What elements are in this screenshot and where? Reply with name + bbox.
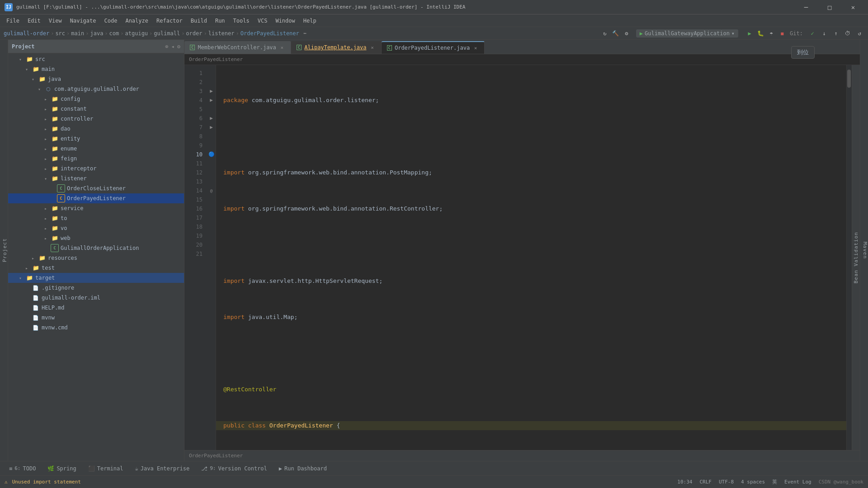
tree-item-mvnw[interactable]: 📄 mvnw	[8, 313, 184, 323]
project-collapse-icon[interactable]: ◂	[171, 43, 175, 50]
breadcrumb-atguigu[interactable]: atguigu	[125, 30, 148, 37]
bottom-tab-spring[interactable]: 🌿 Spring	[42, 464, 81, 474]
git-revert-icon[interactable]: ↺	[854, 28, 864, 38]
breadcrumb-java[interactable]: java	[90, 30, 103, 37]
tree-item-src[interactable]: ▾ 📁 src	[8, 54, 184, 64]
window-title: gulimall [F:\gulimall] - ...\gulimall-or…	[16, 4, 796, 10]
bottom-tab-version-control[interactable]: ⎇ 9: Version Control	[196, 464, 273, 474]
tree-item-entity[interactable]: ▸ 📁 entity	[8, 134, 184, 144]
tree-item-mvnwcmd[interactable]: 📄 mvnw.cmd	[8, 323, 184, 333]
menu-navigate[interactable]: Navigate	[66, 16, 100, 25]
stop-button[interactable]: ◼	[777, 28, 787, 38]
tree-item-gitignore[interactable]: 📄 .gitignore	[8, 283, 184, 293]
git-history-icon[interactable]: ⏱	[843, 28, 853, 38]
breadcrumb-order[interactable]: order	[186, 30, 202, 37]
tree-item-to[interactable]: ▸ 📁 to	[8, 213, 184, 223]
menu-tools[interactable]: Tools	[230, 16, 253, 25]
status-indent[interactable]: 4 spaces	[741, 479, 765, 485]
tree-item-service[interactable]: ▸ 📁 service	[8, 203, 184, 213]
bean-validation-label[interactable]: Bean Validation	[853, 232, 859, 283]
status-eventlog[interactable]: Event Log	[784, 479, 811, 485]
bottom-tab-todo[interactable]: ≡ 6: TODO	[4, 464, 41, 474]
tree-item-ordercloselistener[interactable]: C OrderCloseListener	[8, 183, 184, 193]
status-lang[interactable]: 英	[772, 479, 777, 485]
maximize-button[interactable]: □	[819, 0, 840, 14]
tree-item-helpmd[interactable]: 📄 HELP.md	[8, 303, 184, 313]
close-button[interactable]: ✕	[843, 0, 863, 14]
tab-orderpayedlistener[interactable]: C OrderPayedListener.java ×	[382, 41, 485, 54]
run-button[interactable]: ▶	[745, 28, 755, 38]
maven-strip-label[interactable]: Maven	[862, 242, 868, 259]
project-locate-icon[interactable]: ⊕	[165, 43, 168, 50]
status-crlf[interactable]: CRLF	[699, 479, 712, 485]
bottom-tab-terminal[interactable]: ⬛ Terminal	[83, 464, 129, 474]
menu-edit[interactable]: Edit	[24, 16, 44, 25]
status-encoding[interactable]: UTF-8	[719, 479, 734, 485]
project-strip-label[interactable]: Project	[2, 238, 8, 262]
tree-item-dao[interactable]: ▸ 📁 dao	[8, 124, 184, 134]
menu-code[interactable]: Code	[101, 16, 121, 25]
run-configuration[interactable]: ▶ GulimallGatewayApplication ▾	[636, 29, 738, 38]
menu-run[interactable]: Run	[212, 16, 229, 25]
git-push-icon[interactable]: ↑	[831, 28, 841, 38]
tree-item-listener[interactable]: ▾ 📁 listener	[8, 174, 184, 183]
version-control-label: Version Control	[218, 465, 267, 472]
menu-vcs[interactable]: VCS	[254, 16, 271, 25]
breadcrumb-gulimall[interactable]: gulimall	[154, 30, 180, 37]
tab-memberwebcontroller[interactable]: C MemberWebController.java ×	[184, 41, 291, 54]
tree-item-gulimallorderapplication[interactable]: C GulimallOrderApplication	[8, 243, 184, 253]
bottom-tab-java-enterprise[interactable]: ☕ Java Enterprise	[130, 464, 195, 474]
breadcrumb-back-icon[interactable]: ⬅	[303, 30, 307, 37]
git-update-icon[interactable]: ↓	[819, 28, 829, 38]
tab-close-member[interactable]: ×	[279, 44, 285, 51]
breadcrumb-orderpayed[interactable]: OrderPayedListener	[241, 30, 299, 37]
tree-arrow-interceptor: ▸	[44, 166, 51, 171]
breadcrumb-main[interactable]: main	[71, 30, 84, 37]
tree-item-java[interactable]: ▾ 📁 java	[8, 74, 184, 84]
tree-item-main[interactable]: ▾ 📁 main	[8, 64, 184, 74]
tree-item-target[interactable]: ▾ 📁 target	[8, 273, 184, 283]
breadcrumb-com[interactable]: com	[109, 30, 119, 37]
tree-item-feign[interactable]: ▸ 📁 feign	[8, 154, 184, 164]
menu-file[interactable]: File	[3, 16, 23, 25]
tree-item-iml[interactable]: 📄 gulimall-order.iml	[8, 293, 184, 303]
tab-close-alipay[interactable]: ×	[369, 44, 376, 51]
menu-build[interactable]: Build	[187, 16, 211, 25]
menu-view[interactable]: View	[45, 16, 66, 25]
breadcrumb-src[interactable]: src	[55, 30, 65, 37]
project-settings-icon[interactable]: ⚙	[177, 43, 180, 50]
tree-item-orderpayedlistener[interactable]: C OrderPayedListener	[8, 193, 184, 203]
tree-item-config[interactable]: ▸ 📁 config	[8, 94, 184, 104]
tab-alipaytemplate[interactable]: C AlipayTemplate.java ×	[291, 41, 382, 54]
tree-label-mvnw: mvnw	[42, 314, 55, 321]
menu-window[interactable]: Window	[272, 16, 298, 25]
tree-item-web[interactable]: ▸ 📁 web	[8, 233, 184, 243]
tab-close-orderpayed[interactable]: ×	[472, 45, 479, 51]
reload-icon[interactable]: ↻	[600, 28, 610, 38]
settings-icon[interactable]: ⚙	[622, 28, 632, 38]
bottom-tab-run-dashboard[interactable]: ▶ Run Dashboard	[274, 464, 332, 474]
editor-content[interactable]: 1 2 3 4 5 6 7 8 9 10 11 12 13 14 15 16 1…	[184, 65, 860, 450]
folder-icon-main: 📁	[32, 65, 40, 73]
tree-item-interceptor[interactable]: ▸ 📁 interceptor	[8, 164, 184, 174]
git-checkmark-icon[interactable]: ✓	[807, 28, 817, 38]
status-position[interactable]: 10:34	[677, 479, 692, 485]
menu-refactor[interactable]: Refactor	[153, 16, 186, 25]
menu-analyze[interactable]: Analyze	[122, 16, 152, 25]
coverage-button[interactable]: ☂	[766, 28, 776, 38]
breadcrumb-gulimall-order[interactable]: gulimall-order	[4, 30, 49, 37]
build-icon[interactable]: 🔨	[611, 28, 621, 38]
tree-item-test[interactable]: ▸ 📁 test	[8, 263, 184, 273]
menu-help[interactable]: Help	[300, 16, 320, 25]
code-editor[interactable]: package com.atguigu.gulimall.order.liste…	[216, 65, 846, 450]
breadcrumb-listener[interactable]: listener	[208, 30, 235, 37]
tree-item-package[interactable]: ▾ ⬡ com.atguigu.gulimall.order	[8, 84, 184, 94]
tree-item-controller[interactable]: ▸ 📁 controller	[8, 114, 184, 124]
tree-item-enume[interactable]: ▸ 📁 enume	[8, 144, 184, 154]
debug-button[interactable]: 🐛	[755, 28, 765, 38]
tree-label-main: main	[42, 66, 55, 72]
tree-item-vo[interactable]: ▸ 📁 vo	[8, 223, 184, 233]
minimize-button[interactable]: ─	[796, 0, 816, 14]
tree-item-resources[interactable]: ▸ 📁 resources	[8, 253, 184, 263]
tree-item-constant[interactable]: ▸ 📁 constant	[8, 104, 184, 114]
